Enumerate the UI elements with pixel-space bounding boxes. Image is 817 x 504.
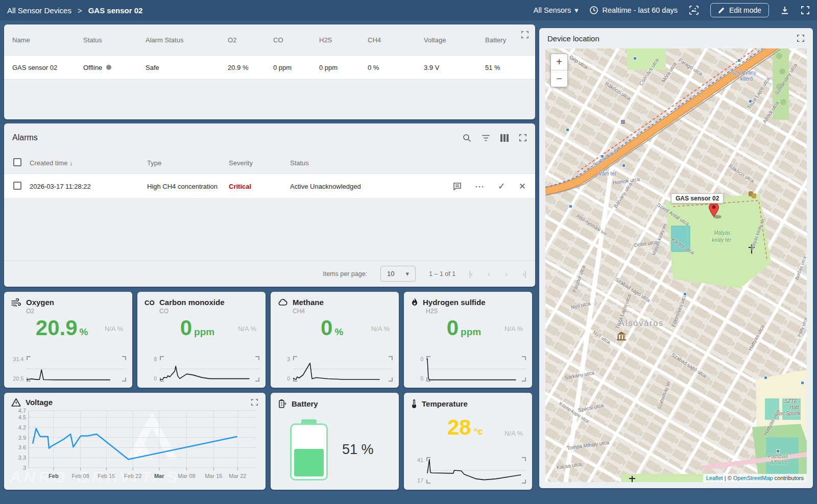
svg-text:Feb: Feb: [49, 473, 59, 479]
card-subtitle: O2: [26, 308, 125, 315]
map-fullscreen-icon[interactable]: [797, 34, 805, 42]
voltage-fullscreen-icon[interactable]: [251, 398, 258, 406]
first-page-icon[interactable]: |‹: [469, 269, 472, 278]
card-title: Methane: [293, 298, 324, 307]
clock-icon: [589, 6, 598, 15]
spark-max: 41: [417, 457, 423, 463]
svg-text:3.6: 3.6: [18, 444, 26, 450]
cell-alarm-status: Safe: [137, 64, 220, 71]
spark-min: 0: [287, 375, 290, 382]
last-page-icon[interactable]: ›|: [522, 269, 526, 278]
temperature-card: Temperature 28°c N/A % 4117: [404, 393, 532, 490]
svg-text:Mar 15: Mar 15: [205, 473, 222, 479]
col-header[interactable]: Voltage: [416, 36, 477, 44]
svg-text:4.5: 4.5: [18, 414, 26, 420]
alarm-created-time: 2026-03-17 11:28:22: [30, 183, 147, 190]
hydrogen-sulfide-card: Hydrogen sulfide H2S 0ppm N/A % 00: [404, 292, 532, 388]
marker-label: GAS sensor 02: [671, 193, 724, 204]
breadcrumb-root[interactable]: All Sensor Devices: [7, 6, 71, 15]
col-header[interactable]: CO: [265, 36, 311, 44]
col-type[interactable]: Type: [147, 159, 229, 167]
svg-text:Mar: Mar: [154, 473, 164, 479]
col-severity[interactable]: Severity: [229, 159, 290, 167]
zoom-in-button[interactable]: +: [551, 54, 567, 70]
breadcrumb: All Sensor Devices > GAS sensor 02: [7, 6, 142, 15]
map-marker[interactable]: GAS sensor 02: [708, 201, 723, 219]
svg-text:CO: CO: [145, 299, 155, 306]
cell-name: GAS sensor 02: [4, 64, 75, 71]
alarm-comment-icon[interactable]: [453, 182, 462, 191]
oxygen-card: Oxygen O2 20.9% N/A % 31.420.5: [4, 292, 132, 388]
edit-mode-button[interactable]: Edit mode: [710, 3, 769, 17]
filter-icon[interactable]: [482, 134, 490, 142]
columns-icon[interactable]: [500, 134, 509, 142]
gas-value: 0: [180, 316, 192, 340]
next-page-icon[interactable]: ›: [505, 269, 507, 278]
download-icon[interactable]: [780, 6, 789, 15]
h2s-sparkline: [426, 356, 526, 382]
alarm-row[interactable]: 2026-03-17 11:28:22 High CH4 concentrati…: [4, 173, 535, 199]
map-tiles: [545, 48, 807, 482]
top-navbar: All Sensor Devices > GAS sensor 02 All S…: [0, 0, 817, 20]
items-per-page-select[interactable]: 10 ▾: [380, 266, 416, 282]
alarms-fullscreen-icon[interactable]: [519, 134, 527, 142]
card-title: Temperature: [422, 399, 468, 408]
transit-stop-marker: [633, 57, 637, 60]
osm-link[interactable]: OpenStreetMap: [733, 475, 773, 481]
col-header[interactable]: Alarm Status: [137, 36, 220, 44]
select-all-checkbox[interactable]: [13, 158, 21, 166]
temperature-sparkline: [426, 457, 526, 484]
more-actions-icon[interactable]: ⋯: [475, 182, 485, 191]
transit-stop-marker: [764, 376, 767, 380]
col-created-time[interactable]: Created time ↓: [30, 159, 147, 167]
search-icon[interactable]: [463, 134, 471, 142]
battery-gauge: [290, 419, 328, 481]
col-header[interactable]: H2S: [311, 36, 359, 44]
cloud-icon: [278, 298, 288, 306]
prev-page-icon[interactable]: ‹: [488, 269, 490, 278]
col-header[interactable]: CH4: [359, 36, 416, 44]
temp-value: 28: [447, 415, 471, 440]
alarms-header: Created time ↓ Type Severity Status: [4, 152, 535, 173]
gas-unit: ppm: [194, 326, 214, 338]
page-title: GAS sensor 02: [88, 6, 143, 15]
clear-alarm-icon[interactable]: ✕: [519, 182, 526, 191]
card-title: Battery: [292, 399, 318, 408]
pencil-icon: [718, 7, 725, 14]
cell-h2s: 0 ppm: [311, 64, 359, 71]
transit-stop-marker: [749, 99, 752, 103]
col-status[interactable]: Status: [290, 159, 443, 167]
table-row[interactable]: GAS sensor 02 Offline Safe 20.9 % 0 ppm …: [4, 55, 535, 80]
cell-status: Offline: [83, 64, 102, 71]
col-header[interactable]: Name: [4, 36, 75, 44]
fullscreen-icon[interactable]: [801, 6, 810, 15]
svg-text:4.7: 4.7: [18, 408, 26, 414]
leaflet-link[interactable]: Leaflet: [706, 475, 723, 481]
device-table-header: Name Status Alarm Status O2 CO H2S CH4 V…: [4, 24, 535, 55]
transit-stop-marker: [600, 155, 604, 158]
timewindow-button[interactable]: Realtime - last 60 days: [589, 6, 677, 15]
alarm-status: Active Unacknowledged: [290, 183, 443, 190]
entity-select[interactable]: All Sensors ▾: [534, 6, 579, 14]
cell-voltage: 3.9 V: [416, 64, 477, 71]
alarm-type: High CH4 concentration: [147, 183, 229, 190]
na-value: N/A %: [371, 325, 390, 333]
image-icon[interactable]: [689, 5, 699, 15]
na-value: N/A %: [504, 325, 523, 333]
svg-text:3.3: 3.3: [18, 455, 26, 461]
map-canvas[interactable]: + − GAS sensor 02 Leaflet | © OpenStreet…: [545, 48, 807, 482]
gas-value: 20.9: [36, 316, 78, 340]
gas-unit: ppm: [461, 326, 481, 338]
spark-max: 3: [287, 356, 290, 362]
battery-fill: [294, 449, 324, 476]
acknowledge-icon[interactable]: ✓: [498, 182, 506, 191]
na-value: N/A %: [504, 430, 523, 437]
row-checkbox[interactable]: [13, 182, 21, 190]
thermometer-icon: [411, 399, 417, 409]
table-fullscreen-icon[interactable]: [521, 31, 529, 39]
col-header[interactable]: Status: [75, 36, 137, 44]
zoom-out-button[interactable]: −: [551, 70, 567, 87]
spark-max: 0: [420, 356, 423, 362]
svg-text:Mar 08: Mar 08: [178, 473, 195, 479]
col-header[interactable]: O2: [220, 36, 265, 44]
